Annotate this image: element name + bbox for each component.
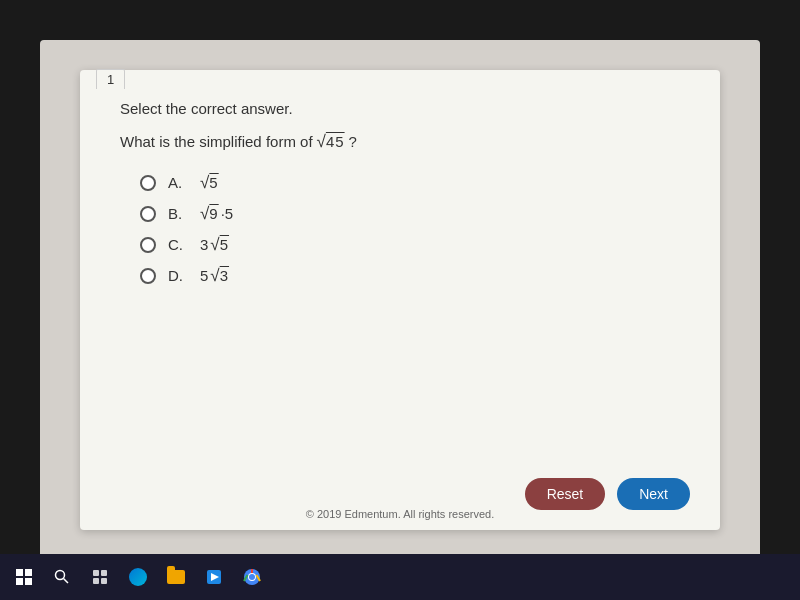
- label-b: B.: [168, 205, 188, 222]
- value-a: 5: [200, 174, 219, 191]
- label-d: D.: [168, 267, 188, 284]
- question-math-expr: 45: [317, 133, 345, 150]
- screen-wrapper: 1 Select the correct answer. What is the…: [40, 40, 760, 560]
- svg-rect-3: [101, 570, 107, 576]
- question-text: What is the simplified form of 45 ?: [120, 133, 680, 150]
- copyright-text: © 2019 Edmentum. All rights reserved.: [306, 508, 494, 520]
- svg-rect-2: [93, 570, 99, 576]
- card-footer: Reset Next: [80, 468, 720, 530]
- label-c: C.: [168, 236, 188, 253]
- value-d: 5 3: [200, 267, 229, 284]
- option-d[interactable]: D. 5 3: [140, 267, 680, 284]
- svg-line-1: [64, 579, 69, 584]
- chrome-browser-icon[interactable]: [236, 561, 268, 593]
- option-c[interactable]: C. 3 5: [140, 236, 680, 253]
- radio-c[interactable]: [140, 237, 156, 253]
- svg-rect-5: [101, 578, 107, 584]
- reset-button[interactable]: Reset: [525, 478, 606, 510]
- value-c: 3 5: [200, 236, 229, 253]
- svg-point-0: [56, 571, 65, 580]
- quiz-card: 1 Select the correct answer. What is the…: [80, 70, 720, 530]
- option-a[interactable]: A. 5: [140, 174, 680, 191]
- radio-a[interactable]: [140, 175, 156, 191]
- svg-rect-4: [93, 578, 99, 584]
- task-view-icon[interactable]: [84, 561, 116, 593]
- question-number-tab: 1: [96, 69, 125, 89]
- label-a: A.: [168, 174, 188, 191]
- value-b: 9 ·5: [200, 205, 233, 222]
- next-button[interactable]: Next: [617, 478, 690, 510]
- radio-b[interactable]: [140, 206, 156, 222]
- file-explorer-icon[interactable]: [160, 561, 192, 593]
- svg-point-10: [249, 574, 255, 580]
- radio-d[interactable]: [140, 268, 156, 284]
- options-list: A. 5 B. 9 ·5 C.: [140, 174, 680, 284]
- instruction-text: Select the correct answer.: [120, 100, 680, 117]
- taskbar: [0, 554, 800, 600]
- option-b[interactable]: B. 9 ·5: [140, 205, 680, 222]
- media-player-icon[interactable]: [198, 561, 230, 593]
- edge-browser-icon[interactable]: [122, 561, 154, 593]
- search-icon[interactable]: [46, 561, 78, 593]
- windows-start-button[interactable]: [8, 561, 40, 593]
